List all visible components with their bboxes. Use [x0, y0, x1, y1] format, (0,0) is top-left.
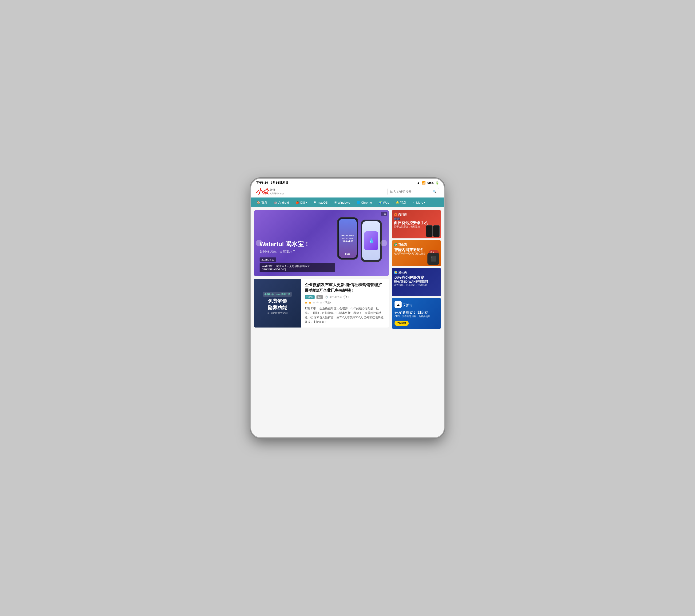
more-chevron-icon: ▾ [424, 201, 425, 204]
hero-link[interactable]: WATERFUL 喝水宝！ - 是时候提醒喝水了[IPHONE/ANDROID] [259, 263, 335, 272]
nav-item-home[interactable]: 🏠 首页 [253, 198, 271, 207]
nav-bar: 🏠 首页 🤖 Android 🍎 iOS ▾ 🖥 macOS ⊞ Windows… [251, 198, 444, 207]
nav-label-home: 首页 [261, 200, 267, 205]
battery-icon: 📶 [422, 181, 426, 185]
battery-indicator: 🔋 [436, 181, 439, 185]
star-3: ★ [312, 301, 315, 305]
nav-item-chrome[interactable]: 🌐 Chrome [353, 198, 375, 207]
nav-item-web[interactable]: 🌍 Web [375, 198, 393, 207]
nav-label-windows: Windows [338, 201, 350, 204]
nav-item-macos[interactable]: 🖥 macOS [310, 198, 331, 207]
logo-sub-wrapper: 软件 APPINN.com [270, 188, 285, 195]
ad1-phones [426, 225, 440, 237]
main-content: ‹ › Waterful 喝水宝！ 是时候记录、提醒喝水了 2021/03/12… [251, 207, 444, 437]
cloud-logo: ☁ [394, 301, 402, 308]
logo-wrapper: 小众 [256, 188, 269, 195]
phone-text-fast: Fast. [345, 253, 350, 255]
nav-item-android[interactable]: 🤖 Android [271, 198, 292, 207]
search-input[interactable] [390, 190, 431, 193]
wechat-tool-label: 微伴助手 • scrm营销工具 [263, 292, 292, 297]
nav-item-windows[interactable]: ⊞ Windows [331, 198, 353, 207]
article-title[interactable]: 企业微信发布重大更新-微信社群营销管理扩展功能3万企业已率先解锁！ [305, 282, 385, 293]
phone-left: Happier Body. Calmer Mind. Waterful! Fas… [337, 217, 358, 260]
article-thumbnail[interactable]: 微伴助手 • scrm营销工具 免费解锁 隐藏功能 企业微信重大更新 [254, 279, 301, 327]
fireworks-decoration: 🎆🎆 [394, 218, 439, 220]
status-bar: 下午8:19 3月14日周日 ▲ 📶 99% 🔋 [251, 179, 444, 186]
logo-domain: APPINN.com [270, 192, 285, 195]
article-excerpt: 12月23日，企业微信年度大会召开，今年的核心方向是「社群」。同期，企业微信3.… [305, 306, 385, 324]
nav-label-featured: 精选 [400, 200, 406, 205]
tag-topic: TOPIC [305, 295, 315, 299]
ad4-subtitle: CDN、云存储等服务，免费供使用 [394, 315, 438, 318]
article-thumb-title-1: 免费解锁 [263, 298, 292, 304]
home-icon: 🏠 [257, 201, 260, 204]
search-box[interactable]: 🔍 [388, 188, 439, 195]
phone-right: 💧 [361, 220, 382, 262]
comment-count: 1 [348, 295, 349, 298]
hero-phones: Happier Body. Calmer Mind. Waterful! Fas… [330, 212, 387, 276]
ad-badge-2: 🌸 花生壳 [394, 243, 439, 246]
mini-phone-2 [433, 225, 440, 237]
nav-label-more: More [416, 201, 423, 204]
nav-item-featured[interactable]: ⭐ 精选 [392, 198, 410, 207]
logo-area[interactable]: 小众 软件 APPINN.com [256, 188, 285, 195]
windows-icon: ⊞ [334, 201, 337, 204]
article-body: 企业微信发布重大更新-微信社群营销管理扩展功能3万企业已率先解锁！ TOPIC … [301, 279, 389, 327]
ad-card-dandelion[interactable]: 🌼 蒲公英 远程办公解决方案 蒲公英SD-WAN智能组网 高性价比，安全稳定，快… [392, 268, 441, 296]
site-header: 小众 软件 APPINN.com 🔍 [251, 186, 444, 198]
slider-next-button[interactable]: › [380, 240, 387, 246]
ad1-title: 向日葵远控安卓手机 [394, 221, 439, 225]
android-icon: 🤖 [274, 201, 277, 204]
article-thumb-content: 微伴助手 • scrm营销工具 免费解锁 隐藏功能 企业微信重大更新 [260, 289, 295, 318]
more-icon: ··· [413, 201, 415, 204]
left-column: ‹ › Waterful 喝水宝！ 是时候记录、提醒喝水了 2021/03/12… [254, 210, 389, 434]
ad3-title: 远程办公解决方案 [394, 275, 439, 280]
article-meta: TOPIC AD 🕐 2021/02/23 💬 1 [305, 295, 385, 299]
nav-item-ios[interactable]: 🍎 iOS ▾ [292, 198, 310, 207]
article-card: 微伴助手 • scrm营销工具 免费解锁 隐藏功能 企业微信重大更新 企业微信发… [254, 279, 389, 327]
ad-card-peanut[interactable]: 🌸 花生壳 智能内网穿透硬件 每满300减40元+无门槛优惠券 低至 ¥78 ⬛ [392, 240, 441, 266]
rating-count: (29票) [323, 301, 331, 304]
phone-right-screen: 💧 [362, 221, 380, 260]
ad4-learn-more-button[interactable]: 了解详情 [394, 321, 409, 326]
logo-sub: 软件 [270, 188, 285, 192]
tag-ad: AD [317, 295, 323, 299]
ad-badge-1: 🌻 向日葵 [394, 212, 439, 217]
nav-label-ios: iOS [300, 201, 305, 204]
chrome-icon: 🌐 [357, 201, 360, 204]
nav-label-web: Web [383, 201, 389, 204]
nav-item-more[interactable]: ··· More ▾ [410, 198, 429, 207]
ipad-frame: 下午8:19 3月14日周日 ▲ 📶 99% 🔋 小众 软件 APPINN.co… [251, 179, 444, 437]
hero-slider: ‹ › Waterful 喝水宝！ 是时候记录、提醒喝水了 2021/03/12… [254, 210, 389, 276]
ad-card-sunflower[interactable]: 🌻 向日葵 🎆🎆 向日葵远控安卓手机 跨平台跨系统，轻松远控 [392, 210, 441, 238]
phone-text-2: Calmer Mind. [342, 237, 353, 239]
phone-right-app: 💧 [364, 232, 378, 250]
hero-date: 2021/03/12 [259, 257, 276, 262]
web-icon: 🌍 [378, 201, 382, 204]
star-1: ★ [305, 301, 308, 305]
status-date: 3月14日周日 [271, 181, 288, 185]
apple-icon: 🍎 [295, 201, 299, 204]
macos-icon: 🖥 [313, 201, 317, 204]
phone-left-screen: Happier Body. Calmer Mind. Waterful! Fas… [339, 219, 357, 258]
slider-prev-button[interactable]: ‹ [256, 240, 262, 246]
comment-icon: 💬 [343, 295, 347, 298]
ad4-btn-wrapper: 了解详情 [394, 321, 438, 326]
peanut-label: 花生壳 [398, 243, 407, 246]
right-column: 🌻 向日葵 🎆🎆 向日葵远控安卓手机 跨平台跨系统，轻松远控 🌸 花生壳 智能内… [392, 210, 441, 434]
article-date-text: 2021/02/23 [329, 295, 342, 298]
sunflower-label: 向日葵 [398, 212, 407, 217]
ad-badge-3: 🌼 蒲公英 [394, 270, 439, 274]
article-comments: 💬 1 [343, 295, 349, 298]
article-thumb-title-2: 隐藏功能 [263, 305, 292, 310]
ad3-title2: 蒲公英SD-WAN智能组网 [394, 280, 439, 284]
ad-label: 广告 [381, 212, 387, 216]
flower-icon: 🌸 [394, 243, 397, 246]
phone-text-1: Happier Body. [341, 235, 354, 237]
logo-text: 小众 [256, 188, 269, 195]
ad3-subtitle: 高性价比，安全稳定，快速部署 [394, 284, 439, 287]
nav-label-macos: macOS [317, 201, 327, 204]
status-right: ▲ 📶 99% 🔋 [417, 181, 439, 185]
ad-card-upyun[interactable]: ☁ 又拍云 开发者帮助计划启动 CDN、云存储等服务，免费供使用 了解详情 [392, 298, 441, 329]
phone-text-3: Waterful! [343, 240, 353, 243]
